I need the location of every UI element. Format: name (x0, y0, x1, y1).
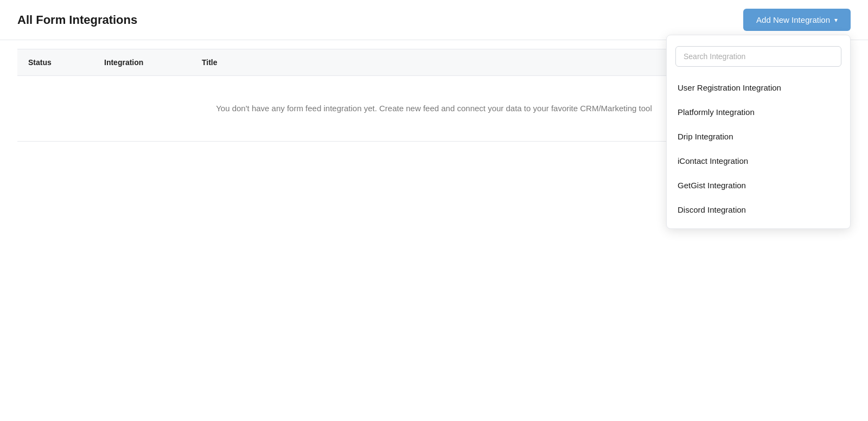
column-header-title: Title (202, 58, 218, 67)
column-header-status: Status (28, 58, 72, 67)
dropdown-item-getgist[interactable]: GetGist Integration (667, 173, 850, 197)
chevron-down-icon: ▾ (834, 16, 838, 24)
search-integration-input[interactable] (675, 46, 841, 67)
dropdown-item-icontact[interactable]: iContact Integration (667, 149, 850, 173)
integration-dropdown: User Registration Integration Platformly… (666, 35, 851, 229)
page-header: All Form Integrations Add New Integratio… (0, 0, 868, 40)
add-new-integration-label: Add New Integration (756, 15, 830, 24)
dropdown-item-drip[interactable]: Drip Integration (667, 124, 850, 149)
dropdown-item-user-registration[interactable]: User Registration Integration (667, 75, 850, 100)
page-title: All Form Integrations (17, 13, 137, 27)
dropdown-item-platformly[interactable]: Platformly Integration (667, 100, 850, 124)
add-new-integration-button[interactable]: Add New Integration ▾ (743, 9, 851, 31)
column-header-integration: Integration (104, 58, 169, 67)
search-wrapper (667, 42, 850, 75)
dropdown-item-discord[interactable]: Discord Integration (667, 197, 850, 222)
